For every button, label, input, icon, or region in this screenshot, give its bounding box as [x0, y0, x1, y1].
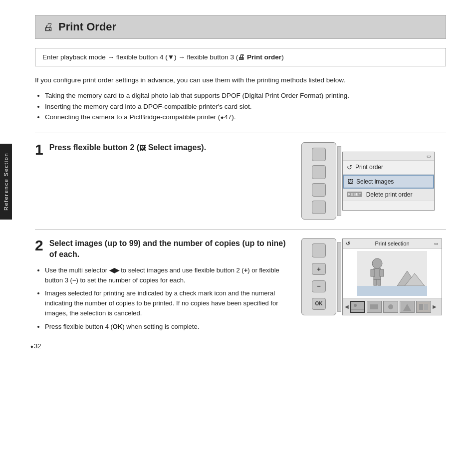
cam-btn-1 [312, 148, 326, 161]
step2-number: 2 [35, 238, 43, 253]
page-num-text: ⬥32 [30, 342, 41, 350]
svg-rect-14 [370, 304, 378, 309]
bullet-item: Taking the memory card to a digital phot… [45, 90, 446, 101]
print-icon: 🖨 [43, 21, 53, 33]
section-divider-2 [35, 230, 446, 230]
step2-diagram: + − OK ↺ Print selection ▭ [301, 238, 446, 315]
svg-rect-7 [380, 269, 384, 276]
menu-label-printorder: Print order [355, 164, 383, 171]
menu-corner-icon: ▭ [427, 154, 431, 159]
cam2-btn-top [312, 243, 326, 257]
thumb-svg-2 [368, 302, 381, 312]
svg-rect-3 [357, 286, 427, 296]
step1-left: 1 Press flexible button 2 (🖼 Select imag… [35, 142, 289, 220]
reference-section-label: Reference Section [0, 144, 12, 220]
menu-screen-1: ▭ ↺ Print order 🖼 Select images RESET [342, 152, 435, 211]
cam-btn-3 [312, 183, 326, 197]
cam-btn-2 [312, 165, 326, 179]
step1-area: 1 Press flexible button 2 (🖼 Select imag… [35, 142, 446, 225]
page-title: Print Order [58, 20, 116, 33]
step1-number: 1 [35, 142, 43, 157]
svg-point-4 [372, 258, 382, 268]
ps-thumb-2 [367, 301, 382, 313]
thumb-svg-4 [401, 302, 414, 312]
svg-rect-6 [371, 269, 375, 276]
ps-title: Print selection [375, 240, 409, 246]
svg-rect-9 [378, 279, 381, 285]
title-bar: 🖨 Print Order [35, 15, 446, 39]
step2-bullet-2: Images selected for printing are indicat… [45, 288, 289, 318]
svg-rect-10 [351, 302, 364, 312]
ps-main-image [343, 249, 442, 299]
cam2-btn-ok: OK [312, 298, 326, 310]
ps-corner-icon: ▭ [434, 241, 439, 246]
svg-point-11 [354, 304, 357, 307]
svg-point-16 [388, 304, 393, 309]
thumb-svg-3 [384, 302, 397, 312]
menu-icon-printorder: ↺ [347, 164, 352, 171]
menu-label-selectimages: Select images [356, 178, 394, 185]
section-divider [35, 133, 446, 133]
main-image-svg [357, 251, 427, 296]
screen-divider-2 [337, 242, 341, 312]
svg-rect-21 [424, 304, 428, 310]
camera-body-2: + − OK [301, 238, 336, 315]
intro-paragraph: If you configure print order settings in… [35, 75, 446, 85]
path-box: Enter playback mode → flexible button 4 … [35, 48, 446, 66]
path-text: Enter playback mode → flexible button 4 … [42, 53, 284, 61]
step2-area: 2 Select images (up to 99) and the numbe… [35, 238, 446, 340]
ps-back-icon: ↺ [346, 240, 350, 247]
step2-bullets: Use the multi selector ◀▶ to select imag… [45, 265, 289, 332]
cam-btn-4 [312, 201, 326, 214]
bullet-item: Inserting the memory card into a DPOF-co… [45, 101, 446, 112]
step2-left: 2 Select images (up to 99) and the numbe… [35, 238, 289, 335]
menu-icon-delete: RESET [347, 192, 362, 197]
ps-top-bar: ↺ Print selection ▭ [343, 239, 442, 249]
menu-item-delete[interactable]: RESET Delete print order [343, 189, 434, 201]
menu-item-print-order[interactable]: ↺ Print order [343, 161, 434, 175]
page-number: ⬥32 [30, 342, 41, 350]
ps-thumb-4 [400, 301, 415, 313]
step2-bullet-3: Press flexible button 4 (OK) when settin… [45, 322, 289, 332]
intro-bullets: Taking the memory card to a digital phot… [45, 90, 446, 123]
ps-thumb-5 [416, 301, 431, 313]
cam2-btn-plus: + [312, 263, 326, 275]
ps-arrow-left: ◀ [345, 304, 349, 309]
ps-thumb-3 [383, 301, 398, 313]
svg-rect-20 [419, 304, 423, 310]
step1-right: ▭ ↺ Print order 🖼 Select images RESET [301, 142, 446, 220]
thumb-svg-1 [351, 302, 364, 312]
svg-rect-19 [417, 302, 430, 312]
menu-icon-selectimages: 🖼 [348, 179, 353, 185]
step2-bullet-1: Use the multi selector ◀▶ to select imag… [45, 265, 289, 285]
ps-arrow-right: ▶ [433, 304, 437, 309]
print-selection-screen: ↺ Print selection ▭ [342, 238, 442, 315]
step2-right: + − OK ↺ Print selection ▭ [301, 238, 446, 335]
menu-label-delete: Delete print order [366, 191, 413, 198]
thumb-svg-5 [417, 302, 430, 312]
menu-item-select-images[interactable]: 🖼 Select images [343, 175, 434, 189]
screen-divider-1 [337, 146, 341, 216]
cam2-btn-minus: − [312, 280, 326, 292]
ps-thumbnails: ◀ [343, 299, 442, 315]
camera-body-1 [301, 142, 336, 220]
step1-diagram: ▭ ↺ Print order 🖼 Select images RESET [301, 142, 446, 220]
svg-rect-8 [374, 279, 377, 285]
step2-heading: Select images (up to 99) and the number … [49, 238, 289, 260]
bullet-item: Connecting the camera to a PictBridge-co… [45, 112, 446, 123]
ps-thumb-1 [350, 301, 365, 313]
step1-heading: Press flexible button 2 (🖼 Select images… [49, 142, 206, 153]
menu-empty-row [343, 201, 434, 210]
menu-top-bar: ▭ [343, 152, 434, 161]
